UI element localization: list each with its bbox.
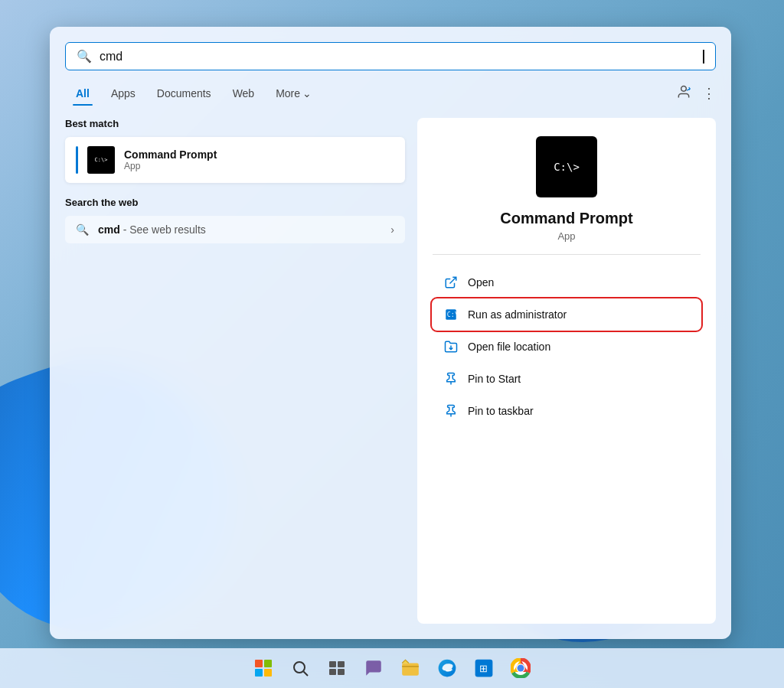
text-cursor	[703, 50, 704, 64]
open-label: Open	[468, 276, 494, 289]
action-open-location[interactable]: Open file location	[433, 331, 701, 362]
main-content: Best match Command Prompt App Search the…	[65, 118, 716, 624]
action-open[interactable]: Open	[433, 267, 701, 298]
search-input-value: cmd	[100, 50, 703, 64]
tabs-right-actions: ⋮	[676, 84, 716, 103]
taskbar: ⊞	[0, 648, 784, 688]
selection-indicator	[76, 146, 78, 174]
run-admin-label: Run as administrator	[468, 308, 567, 321]
app-type: App	[124, 161, 217, 171]
web-search-item[interactable]: 🔍 cmd - See web results ›	[65, 216, 405, 243]
svg-rect-9	[329, 661, 336, 667]
svg-line-1	[450, 277, 456, 283]
taskbar-chat-icon[interactable]	[358, 653, 389, 683]
search-bar[interactable]: 🔍 cmd	[65, 42, 716, 70]
search-icon: 🔍	[77, 49, 92, 64]
pin-start-icon	[443, 371, 459, 386]
action-pin-start[interactable]: Pin to Start	[433, 364, 701, 394]
taskbar-taskview-icon[interactable]	[322, 653, 352, 683]
folder-icon	[443, 339, 459, 354]
taskbar-explorer-icon[interactable]	[395, 653, 426, 683]
svg-text:⊞: ⊞	[479, 663, 488, 674]
start-menu: 🔍 cmd All Apps Documents Web More ⌄ ⋮	[50, 27, 731, 639]
pin-start-label: Pin to Start	[468, 373, 521, 385]
action-run-admin[interactable]: C:\ Run as administrator	[433, 299, 701, 330]
pin-taskbar-icon	[443, 403, 459, 419]
svg-line-8	[304, 672, 309, 677]
more-options-icon[interactable]: ⋮	[702, 85, 716, 102]
best-match-item[interactable]: Command Prompt App	[65, 137, 405, 183]
web-search-title: Search the web	[65, 197, 405, 208]
tab-documents[interactable]: Documents	[146, 83, 222, 104]
admin-icon: C:\	[443, 307, 459, 322]
svg-rect-10	[338, 661, 345, 667]
right-panel: Command Prompt App Open	[417, 118, 716, 624]
svg-rect-13	[402, 664, 419, 676]
svg-point-20	[518, 665, 524, 672]
web-search-text: cmd - See web results	[98, 223, 206, 236]
right-panel-app-name: Command Prompt	[500, 210, 632, 227]
tab-more[interactable]: More ⌄	[265, 83, 322, 104]
app-info: Command Prompt App	[124, 148, 217, 171]
pin-taskbar-label: Pin to taskbar	[468, 405, 534, 417]
arrow-icon: ›	[390, 223, 394, 236]
taskbar-search-icon[interactable]	[285, 653, 315, 683]
svg-text:C:\: C:\	[447, 311, 458, 318]
taskbar-chrome-icon[interactable]	[505, 653, 536, 683]
tab-all[interactable]: All	[65, 83, 100, 104]
left-panel: Best match Command Prompt App Search the…	[65, 118, 417, 624]
action-pin-taskbar[interactable]: Pin to taskbar	[433, 396, 701, 426]
person-icon[interactable]	[676, 84, 691, 103]
svg-rect-11	[329, 669, 336, 675]
tab-web[interactable]: Web	[222, 83, 266, 104]
best-match-title: Best match	[65, 118, 405, 129]
windows-logo	[255, 660, 272, 677]
svg-point-0	[681, 86, 687, 91]
right-panel-app-type: App	[557, 230, 575, 242]
open-location-label: Open file location	[468, 341, 550, 353]
open-icon	[443, 275, 459, 290]
taskbar-windows-button[interactable]	[248, 653, 279, 683]
divider	[433, 254, 701, 255]
app-name: Command Prompt	[124, 148, 217, 161]
tab-apps[interactable]: Apps	[100, 83, 146, 104]
web-search-icon: 🔍	[76, 223, 89, 236]
taskbar-store-icon[interactable]: ⊞	[469, 653, 499, 683]
cmd-app-icon	[87, 146, 115, 174]
taskbar-edge-icon[interactable]	[432, 653, 462, 683]
svg-rect-12	[338, 669, 345, 675]
filter-tabs: All Apps Documents Web More ⌄ ⋮	[65, 83, 716, 104]
svg-point-7	[294, 662, 305, 673]
action-list: Open C:\ Run as administrator	[433, 267, 701, 428]
see-results-label: - See web results	[123, 223, 206, 236]
app-icon-large	[536, 136, 597, 197]
